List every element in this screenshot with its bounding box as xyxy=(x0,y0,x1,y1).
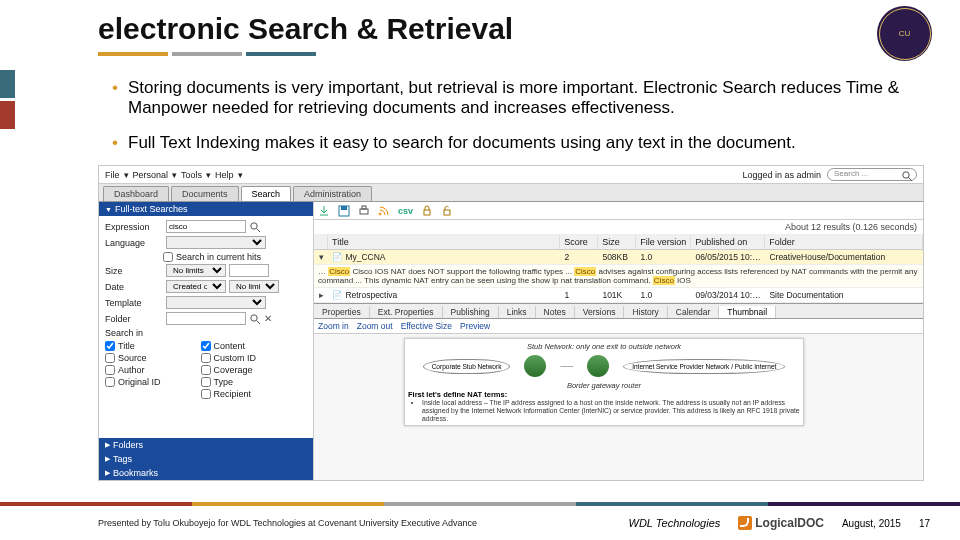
result-toolbar: csv xyxy=(314,202,923,220)
main-tabs: Dashboard Documents Search Administratio… xyxy=(99,184,923,202)
date-field-select[interactable]: Created on xyxy=(166,280,226,293)
zoom-in-link[interactable]: Zoom in xyxy=(318,321,349,331)
preview-link[interactable]: Preview xyxy=(460,321,490,331)
effective-size-link[interactable]: Effective Size xyxy=(401,321,452,331)
chevron-right-icon: ▶ xyxy=(105,455,110,463)
searchin-label: Search in xyxy=(105,328,163,338)
university-logo: CU xyxy=(877,6,932,61)
save-icon[interactable] xyxy=(338,205,350,217)
template-label: Template xyxy=(105,298,163,308)
chevron-right-icon: ▶ xyxy=(105,441,110,449)
clear-icon[interactable]: ✕ xyxy=(264,313,272,324)
collapse-icon[interactable]: ▾ xyxy=(314,250,328,264)
col-title[interactable]: Title xyxy=(328,235,560,249)
col-score[interactable]: Score xyxy=(560,235,598,249)
title-underline xyxy=(98,52,338,56)
footer-date: August, 2015 xyxy=(842,518,901,529)
col-folder[interactable]: Folder xyxy=(765,235,923,249)
menu-personal[interactable]: Personal xyxy=(133,170,169,180)
detail-tabs: Properties Ext. Properties Publishing Li… xyxy=(314,303,923,319)
svg-point-0 xyxy=(903,172,909,178)
result-count: About 12 results (0.126 seconds) xyxy=(314,220,923,235)
logicaldoc-logo: LogicalDOC xyxy=(738,516,824,530)
tab-publishing[interactable]: Publishing xyxy=(443,306,499,318)
result-snippet: … Cisco Cisco IOS NAT does NOT support t… xyxy=(314,265,923,288)
lock-icon[interactable] xyxy=(421,205,433,217)
tab-documents[interactable]: Documents xyxy=(171,186,239,201)
chk-content[interactable] xyxy=(201,341,211,351)
slide-title: electronic Search & Retrieval xyxy=(98,12,513,46)
menu-tools[interactable]: Tools xyxy=(181,170,202,180)
svg-rect-11 xyxy=(444,210,450,215)
svg-point-2 xyxy=(251,222,257,228)
search-current-checkbox[interactable] xyxy=(163,252,173,262)
tab-calendar[interactable]: Calendar xyxy=(668,306,720,318)
size-op-select[interactable]: No limits xyxy=(166,264,226,277)
svg-line-3 xyxy=(257,228,261,232)
chk-originalid[interactable] xyxy=(105,377,115,387)
tab-properties[interactable]: Properties xyxy=(314,306,370,318)
language-select[interactable] xyxy=(166,236,266,249)
bullet-1: Storing documents is very important, but… xyxy=(112,78,920,119)
svg-point-4 xyxy=(251,314,257,320)
panel-tags-head[interactable]: ▶Tags xyxy=(99,452,313,466)
expand-icon[interactable]: ▸ xyxy=(314,288,328,302)
chevron-down-icon: ▼ xyxy=(105,206,112,213)
svg-rect-10 xyxy=(424,210,430,215)
chk-type[interactable] xyxy=(201,377,211,387)
size-label: Size xyxy=(105,266,163,276)
chk-title[interactable] xyxy=(105,341,115,351)
tab-notes[interactable]: Notes xyxy=(536,306,575,318)
global-search-input[interactable]: Search ... xyxy=(827,168,917,181)
folder-input[interactable] xyxy=(166,312,246,325)
menu-help[interactable]: Help xyxy=(215,170,234,180)
tab-administration[interactable]: Administration xyxy=(293,186,372,201)
template-select[interactable] xyxy=(166,296,266,309)
search-icon xyxy=(901,170,913,182)
thumbnail-toolbar: Zoom in Zoom out Effective Size Preview xyxy=(314,319,923,334)
panel-fulltext-head[interactable]: ▼Full-text Searches xyxy=(99,202,313,216)
table-row[interactable]: ▸ 📄 Retrospectiva 1 101K 1.0 09/03/2014 … xyxy=(314,288,923,303)
expression-input[interactable] xyxy=(166,220,246,233)
rss-icon[interactable] xyxy=(378,205,390,217)
panel-folders-head[interactable]: ▶Folders xyxy=(99,438,313,452)
tab-thumbnail[interactable]: Thumbnail xyxy=(719,306,776,318)
table-row[interactable]: ▾ 📄 My_CCNA 2 508KB 1.0 06/05/2015 10:06… xyxy=(314,250,923,265)
csv-icon[interactable]: csv xyxy=(398,206,413,216)
tab-links[interactable]: Links xyxy=(499,306,536,318)
chk-recipient[interactable] xyxy=(201,389,211,399)
search-icon[interactable] xyxy=(249,221,261,233)
svg-line-1 xyxy=(909,178,913,182)
panel-bookmarks-head[interactable]: ▶Bookmarks xyxy=(99,466,313,480)
col-size[interactable]: Size xyxy=(598,235,636,249)
chk-coverage[interactable] xyxy=(201,365,211,375)
tab-dashboard[interactable]: Dashboard xyxy=(103,186,169,201)
print-icon[interactable] xyxy=(358,205,370,217)
download-icon[interactable] xyxy=(318,205,330,217)
chk-source[interactable] xyxy=(105,353,115,363)
unlock-icon[interactable] xyxy=(441,205,453,217)
svg-rect-8 xyxy=(360,209,368,214)
tab-extprops[interactable]: Ext. Properties xyxy=(370,306,443,318)
router-icon xyxy=(587,355,609,377)
size-value-input[interactable] xyxy=(229,264,269,277)
chevron-right-icon: ▶ xyxy=(105,469,110,477)
tab-versions[interactable]: Versions xyxy=(575,306,625,318)
tab-history[interactable]: History xyxy=(624,306,667,318)
chk-customid[interactable] xyxy=(201,353,211,363)
menubar: File▾ Personal▾ Tools▾ Help▾ Logged in a… xyxy=(99,166,923,184)
zoom-out-link[interactable]: Zoom out xyxy=(357,321,393,331)
folder-label: Folder xyxy=(105,314,163,324)
date-op-select[interactable]: No limits xyxy=(229,280,279,293)
wdl-logo: WDL WDL TechnologiesTechnologies xyxy=(629,517,721,529)
svg-rect-7 xyxy=(341,206,347,210)
col-ver[interactable]: File version xyxy=(636,235,691,249)
menu-file[interactable]: File xyxy=(105,170,120,180)
col-pub[interactable]: Published on xyxy=(691,235,765,249)
search-icon[interactable] xyxy=(249,313,261,325)
tab-search[interactable]: Search xyxy=(241,186,292,201)
language-label: Language xyxy=(105,238,163,248)
chk-author[interactable] xyxy=(105,365,115,375)
svg-line-5 xyxy=(257,320,261,324)
app-screenshot: File▾ Personal▾ Tools▾ Help▾ Logged in a… xyxy=(98,165,924,481)
